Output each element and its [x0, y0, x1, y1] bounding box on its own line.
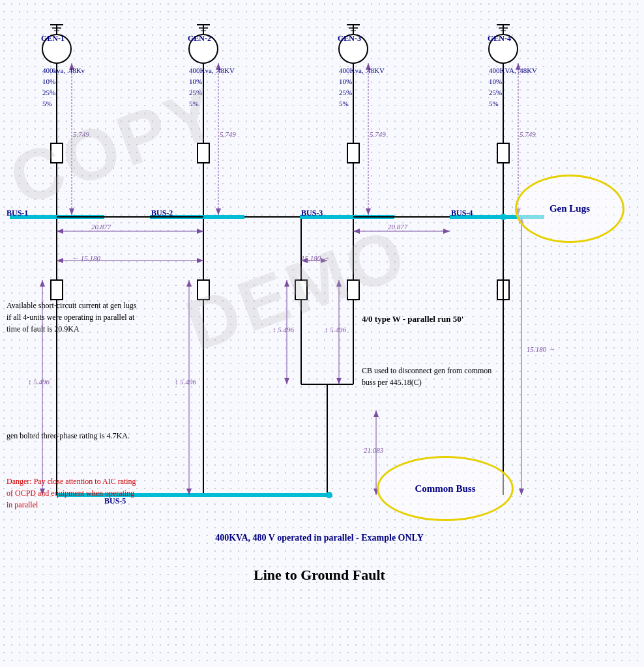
svg-marker-96 — [284, 378, 289, 384]
danger-text: Danger: Pay close attention to AIC ratin… — [7, 475, 140, 511]
svg-rect-61 — [497, 280, 509, 300]
svg-marker-78 — [443, 229, 450, 234]
svg-marker-104 — [373, 410, 379, 417]
dim-5496-cb1: ↕ 5.496 — [28, 378, 50, 386]
gen-lugs-annotation: Gen Lugs — [515, 175, 624, 243]
bottom-subtitle: 400KVA, 480 V operated in parallel - Exa… — [143, 533, 495, 543]
watermark-demo: DEMO — [175, 211, 418, 367]
svg-marker-68 — [57, 229, 63, 234]
gen1-label: GEN-1 — [41, 34, 65, 44]
svg-marker-66 — [69, 208, 74, 215]
dim-15180-bus4: 15.180 → — [527, 345, 555, 353]
svg-marker-69 — [197, 229, 203, 234]
svg-rect-35 — [497, 143, 509, 163]
bus3-label: BUS-3 — [301, 208, 323, 218]
gen3-specs: 400Kva, .48KV 10% 25% 5% — [339, 65, 385, 109]
svg-point-106 — [500, 214, 506, 220]
gen2-label: GEN-2 — [188, 34, 211, 44]
svg-point-59 — [326, 492, 332, 498]
short-circuit-text: Available short-circuit current at gen l… — [7, 300, 137, 335]
svg-marker-72 — [197, 258, 203, 263]
watermark-copy: COPY — [0, 70, 230, 221]
svg-marker-71 — [57, 258, 63, 263]
svg-marker-99 — [336, 378, 342, 384]
cable-type-text: 4/0 type W - parallel run 50' — [362, 313, 492, 326]
bus2-label: BUS-2 — [151, 208, 173, 218]
dim-5496-cb2: ↕ 5.496 — [175, 378, 196, 386]
bus4-label: BUS-4 — [451, 208, 473, 218]
gen4-label: GEN-4 — [488, 34, 511, 44]
svg-marker-84 — [366, 208, 371, 215]
bolted-text: gen bolted three-phase rating is 4.7KA. — [7, 430, 137, 442]
svg-marker-89 — [40, 280, 45, 287]
svg-rect-32 — [347, 143, 359, 163]
dim-15180-left: ← 15.180 — [72, 254, 100, 262]
svg-marker-81 — [216, 208, 221, 215]
cb-used-text: CB used to disconnect gen from common bu… — [362, 365, 505, 388]
svg-marker-93 — [186, 489, 192, 495]
gen-lugs-label: Gen Lugs — [549, 203, 590, 214]
dim-20877-left: 20.877 — [91, 223, 111, 231]
gen4-specs: 400KVA, .48KV 10% 25% 5% — [489, 65, 537, 109]
gen3-label: GEN-3 — [338, 34, 361, 44]
dim-5749-gen3: 5.749 — [370, 130, 386, 138]
svg-marker-102 — [519, 489, 524, 495]
dim-21083: 21.083 — [364, 446, 383, 454]
common-buss-label: Common Buss — [415, 483, 476, 494]
dim-5496-cb4: ↕ 5.496 — [325, 326, 346, 334]
dim-5749-gen4: 5.749 — [520, 130, 536, 138]
svg-rect-45 — [51, 280, 63, 300]
gen1-specs: 400kva, .48Kv 10% 25% 5% — [42, 65, 85, 109]
main-title: Line to Ground Fault — [163, 567, 476, 584]
common-buss-annotation: Common Buss — [377, 456, 514, 521]
electrical-diagram: COPY DEMO — [0, 0, 644, 667]
